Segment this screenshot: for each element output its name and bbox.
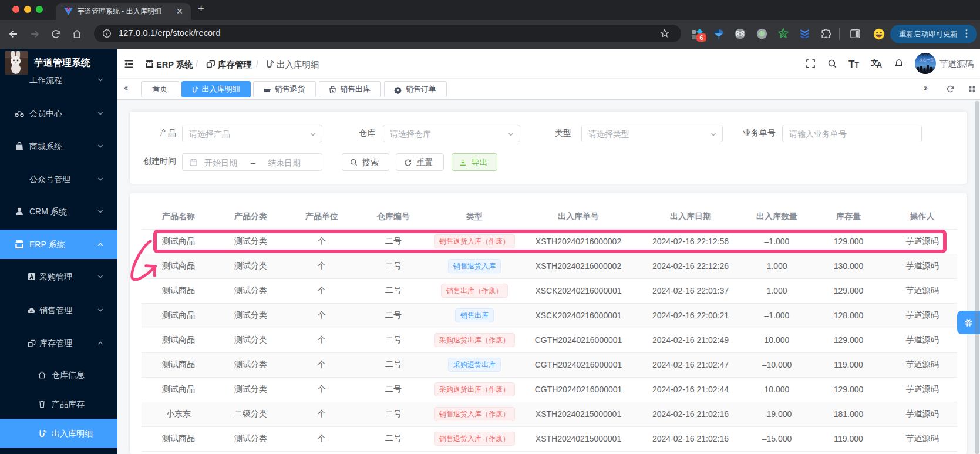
svg-text:6: 6 [699, 34, 703, 41]
svg-text:文心一言: 文心一言 [920, 58, 934, 62]
